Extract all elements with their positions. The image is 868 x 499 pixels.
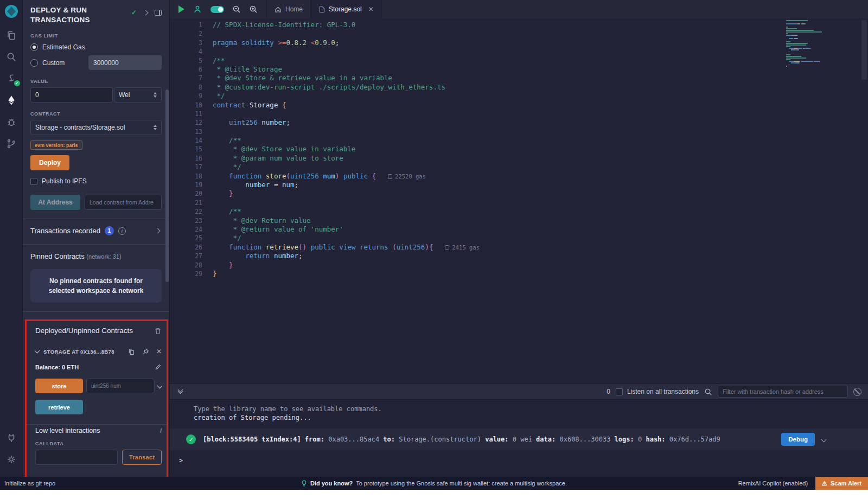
estimated-gas-radio[interactable]: Estimated Gas [30, 43, 162, 51]
search-icon[interactable] [0, 46, 23, 68]
run-script-icon[interactable] [178, 5, 184, 13]
info-icon[interactable]: i [160, 427, 162, 434]
git-icon[interactable] [0, 133, 23, 155]
code-line: /** [213, 207, 816, 216]
code-editor[interactable]: 1234567891011121314151617181920212223242… [170, 18, 868, 383]
git-init-status[interactable]: Initialize as git repo [4, 480, 55, 487]
listen-all-checkbox[interactable]: Listen on all transactions [616, 388, 699, 395]
publish-ipfs-checkbox[interactable]: Publish to IPFS [30, 177, 162, 185]
scam-alert-button[interactable]: ⚠ Scam Alert [815, 477, 868, 490]
transact-button[interactable]: Transact [122, 450, 162, 465]
chevron-right-icon[interactable] [155, 228, 161, 234]
terminal-search-icon[interactable] [704, 388, 712, 396]
calldata-row: Transact [35, 450, 162, 465]
tab-storage-sol[interactable]: Storage.sol ✕ [311, 0, 382, 18]
close-icon[interactable]: ✕ [156, 348, 162, 355]
code-line [213, 199, 816, 207]
code-line: } [213, 189, 816, 198]
gas-limit-label: GAS LIMIT [30, 33, 162, 39]
copilot-status[interactable]: RemixAI Copilot (enabled) [738, 480, 808, 487]
success-check-icon: ✓ [186, 434, 196, 444]
transaction-log-row[interactable]: ✓ [block:5583405 txIndex:4] from: 0xa03.… [170, 428, 868, 450]
chevron-down-icon[interactable] [35, 348, 40, 354]
contract-label: CONTRACT [30, 111, 162, 117]
ai-assistant-icon[interactable] [193, 4, 202, 14]
close-tab-icon[interactable]: ✕ [368, 5, 374, 13]
file-explorer-icon[interactable] [0, 24, 23, 46]
editor-tabbar: Home Storage.sol ✕ [170, 0, 868, 18]
code-line: * @return value of 'number' [213, 225, 816, 234]
updown-arrows-icon [154, 125, 157, 130]
at-address-button[interactable]: At Address [30, 195, 80, 210]
deploy-button[interactable]: Deploy [30, 155, 69, 170]
deploy-run-panel: DEPLOY & RUN TRANSACTIONS ✓ GAS LIMIT Es… [23, 0, 170, 477]
store-button[interactable]: store [35, 379, 83, 393]
pinned-contracts-title: Pinned Contracts (network: 31) [30, 252, 162, 260]
code-line: * @param num value to store [213, 154, 816, 163]
retrieve-button[interactable]: retrieve [35, 400, 83, 414]
transactions-recorded-row[interactable]: Transactions recorded 1 i [30, 226, 162, 235]
terminal[interactable]: Type the library name to see available c… [170, 400, 868, 477]
minimap-line [786, 66, 826, 67]
store-args-input[interactable] [86, 379, 155, 393]
unit-selected: Wei [119, 91, 130, 99]
code-line: * @dev Return value [213, 216, 816, 225]
info-icon[interactable]: i [118, 227, 126, 235]
tip-prefix: Did you know? [310, 480, 353, 487]
pin-icon[interactable] [142, 348, 149, 355]
custom-gas-input[interactable] [88, 55, 162, 70]
panel-scrollbar[interactable] [165, 89, 169, 282]
solidity-compiler-icon[interactable]: ✓ [0, 68, 23, 89]
contract-instance-header[interactable]: STORAGE AT 0X136...8B78 ✕ [35, 348, 162, 355]
remix-logo-icon[interactable] [4, 4, 19, 19]
gas-estimate: 2415 gas [445, 244, 480, 251]
code-line: function retrieve() public view returns … [213, 243, 816, 252]
code-line: } [213, 261, 816, 270]
unit-select[interactable]: Wei [114, 87, 162, 103]
pin-view-icon[interactable] [155, 10, 162, 16]
clear-console-icon[interactable] [853, 388, 861, 396]
deploy-run-icon[interactable] [0, 89, 23, 111]
zoom-in-icon[interactable] [249, 5, 258, 14]
zoom-out-icon[interactable] [232, 5, 241, 14]
code-line: /** [213, 136, 816, 145]
chevron-right-icon[interactable] [143, 10, 149, 15]
copy-icon[interactable] [128, 348, 135, 355]
at-address-input[interactable] [85, 195, 162, 210]
settings-icon[interactable] [0, 449, 23, 470]
tab-home[interactable]: Home [266, 0, 311, 18]
trash-icon[interactable] [154, 327, 162, 335]
code-line: pragma solidity >=0.8.2 <0.9.0; [213, 39, 816, 47]
filter-input[interactable] [718, 386, 848, 398]
minimap[interactable] [786, 20, 826, 67]
terminal-prompt[interactable]: > [170, 457, 868, 464]
custom-gas-radio[interactable]: Custom [30, 59, 65, 67]
tab-storage-label: Storage.sol [329, 5, 362, 13]
copilot-toggle[interactable] [210, 6, 224, 13]
line-number: 15 [170, 145, 202, 153]
code-line: // SPDX-License-Identifier: GPL-3.0 [213, 21, 816, 29]
calldata-input[interactable] [35, 450, 118, 465]
estimated-gas-label: Estimated Gas [42, 43, 85, 51]
value-input[interactable] [30, 87, 113, 103]
edit-icon[interactable] [155, 363, 162, 370]
line-number: 6 [170, 65, 202, 74]
pinned-empty-line2: selected workspace & network [36, 286, 156, 296]
status-bar: Initialize as git repo Did you know? To … [0, 477, 868, 490]
expand-args-icon[interactable] [157, 383, 163, 389]
debug-button[interactable]: Debug [781, 433, 815, 446]
line-number: 16 [170, 154, 202, 163]
contract-select[interactable]: Storage - contracts/Storage.sol [30, 120, 162, 135]
expand-log-icon[interactable] [821, 437, 827, 442]
line-number: 7 [170, 74, 202, 82]
listen-count: 0 [607, 388, 610, 395]
line-number: 5 [170, 56, 202, 65]
panel-check-icon: ✓ [131, 9, 137, 16]
plugin-manager-icon[interactable] [0, 427, 23, 449]
deployed-contracts-title: Deployed/Unpinned Contracts [35, 327, 133, 335]
debugger-icon[interactable] [0, 111, 23, 133]
expand-terminal-icon[interactable] [178, 390, 182, 393]
terminal-lines: Type the library name to see available c… [170, 405, 868, 422]
code-line: return number; [213, 252, 816, 260]
editor-scrollbar[interactable] [861, 20, 867, 80]
